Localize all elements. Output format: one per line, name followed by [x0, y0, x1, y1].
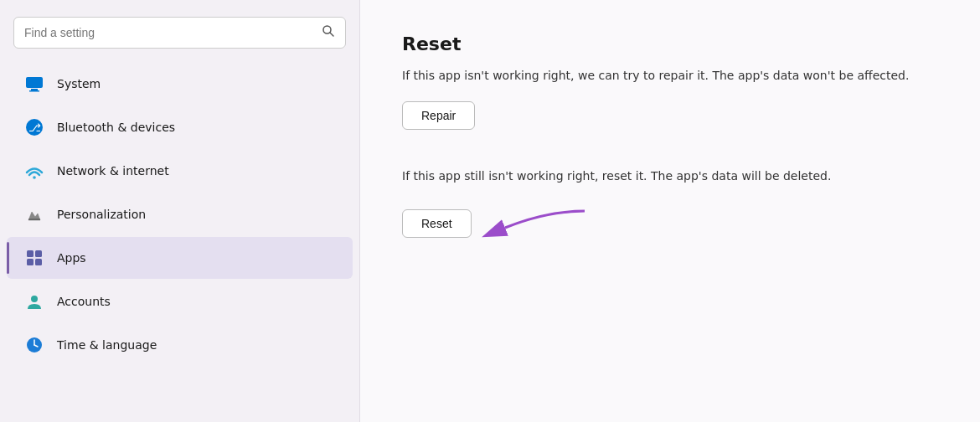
search-input[interactable]: [24, 26, 315, 39]
repair-description: If this app isn't working right, we can …: [402, 66, 921, 85]
svg-rect-3: [31, 89, 38, 90]
reset-button[interactable]: Reset: [402, 209, 472, 238]
network-icon: [23, 160, 45, 182]
sidebar-item-network-label: Network & internet: [57, 164, 169, 178]
sidebar-item-system[interactable]: System: [7, 63, 353, 105]
time-icon: [23, 334, 45, 356]
apps-icon: [23, 247, 45, 269]
sidebar-item-time-label: Time & language: [57, 338, 157, 352]
reset-button-row: Reset: [402, 203, 938, 244]
svg-rect-11: [27, 259, 34, 265]
repair-section: If this app isn't working right, we can …: [402, 66, 938, 150]
svg-text:⎇: ⎇: [28, 121, 41, 134]
svg-rect-12: [35, 259, 42, 265]
sidebar-item-personalization-label: Personalization: [57, 208, 146, 221]
sidebar-item-apps[interactable]: Apps: [7, 237, 353, 279]
main-content: Reset If this app isn't working right, w…: [360, 0, 980, 422]
reset-section: If this app still isn't working right, r…: [402, 167, 938, 244]
svg-rect-4: [29, 90, 39, 92]
svg-line-1: [330, 33, 333, 36]
sidebar-item-bluetooth-label: Bluetooth & devices: [57, 121, 175, 134]
system-icon: [23, 73, 45, 95]
svg-rect-10: [35, 250, 42, 257]
sidebar-item-accounts[interactable]: Accounts: [7, 280, 353, 322]
repair-button[interactable]: Repair: [402, 101, 475, 130]
sidebar: System ⎇ Bluetooth & devices Network & i…: [0, 0, 360, 422]
sidebar-item-system-label: System: [57, 77, 101, 90]
sidebar-item-network[interactable]: Network & internet: [7, 150, 353, 192]
accounts-icon: [23, 291, 45, 312]
svg-point-7: [33, 176, 36, 179]
sidebar-item-bluetooth[interactable]: ⎇ Bluetooth & devices: [7, 106, 353, 148]
sidebar-item-apps-label: Apps: [57, 251, 86, 265]
reset-description: If this app still isn't working right, r…: [402, 167, 921, 185]
search-icon: [322, 24, 335, 41]
svg-rect-9: [27, 250, 34, 257]
search-box[interactable]: [13, 17, 346, 49]
svg-rect-2: [26, 77, 43, 88]
arrow-icon: [480, 203, 589, 244]
svg-point-13: [31, 296, 38, 302]
sidebar-item-accounts-label: Accounts: [57, 295, 111, 308]
bluetooth-icon: ⎇: [23, 116, 45, 138]
page-title: Reset: [402, 33, 938, 54]
personalization-icon: [23, 203, 45, 225]
sidebar-item-time[interactable]: Time & language: [7, 324, 353, 366]
sidebar-item-personalization[interactable]: Personalization: [7, 193, 353, 235]
